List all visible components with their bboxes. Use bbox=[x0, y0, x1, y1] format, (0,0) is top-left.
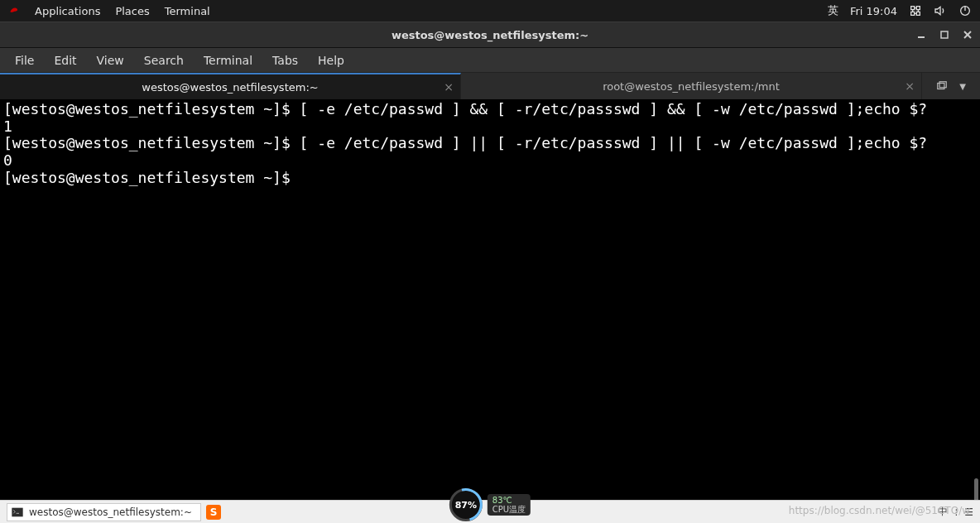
chevron-down-icon[interactable]: ▼ bbox=[959, 82, 966, 91]
menu-tabs[interactable]: Tabs bbox=[264, 52, 306, 69]
window-title-bar[interactable]: westos@westos_netfilesystem:~ bbox=[0, 22, 980, 48]
network-icon[interactable] bbox=[909, 4, 922, 17]
taskbar-terminal-button[interactable]: westos@westos_netfilesystem:~ bbox=[7, 503, 201, 521]
tab-root-mnt[interactable]: root@westos_netfilesystem:/mnt × bbox=[461, 73, 922, 99]
menu-help[interactable]: Help bbox=[310, 52, 353, 69]
cpu-temp-badge: 83℃ CPU温度 bbox=[488, 494, 531, 516]
menubar: File Edit View Search Terminal Tabs Help bbox=[0, 48, 980, 73]
tab-overflow: ▼ bbox=[922, 73, 980, 99]
taskbar-title: westos@westos_netfilesystem:~ bbox=[29, 506, 192, 518]
menu-edit[interactable]: Edit bbox=[46, 52, 84, 69]
redhat-logo-icon bbox=[8, 5, 20, 17]
menu-applications[interactable]: Applications bbox=[35, 5, 100, 17]
menu-search[interactable]: Search bbox=[136, 52, 192, 69]
taskbar-tray: 中 ⁝ ☰ bbox=[938, 505, 973, 519]
tab-label: root@westos_netfilesystem:/mnt bbox=[603, 80, 780, 93]
minimize-button[interactable] bbox=[915, 29, 927, 41]
tray-glyph[interactable]: 中 bbox=[938, 505, 948, 519]
menu-file[interactable]: File bbox=[7, 52, 42, 69]
new-tab-icon[interactable] bbox=[936, 80, 948, 92]
svg-rect-3 bbox=[941, 31, 948, 38]
close-button[interactable] bbox=[962, 29, 973, 41]
svg-rect-7 bbox=[939, 82, 946, 88]
power-icon[interactable] bbox=[958, 4, 972, 17]
cpu-temp-label: CPU温度 bbox=[492, 505, 526, 514]
close-icon[interactable]: × bbox=[444, 80, 454, 94]
terminal-line: [westos@westos_netfilesystem ~]$ [ -e /e… bbox=[3, 100, 927, 118]
taskbar-app-icon[interactable]: S bbox=[206, 505, 221, 520]
maximize-button[interactable] bbox=[939, 29, 950, 41]
terminal-line: [westos@westos_netfilesystem ~]$ bbox=[3, 169, 300, 186]
cpu-dial: 87% bbox=[449, 488, 483, 521]
terminal-viewport[interactable]: [westos@westos_netfilesystem ~]$ [ -e /e… bbox=[0, 99, 980, 513]
clock[interactable]: Fri 19:04 bbox=[850, 5, 897, 17]
menu-places[interactable]: Places bbox=[115, 5, 149, 17]
tab-westos[interactable]: westos@westos_netfilesystem:~ × bbox=[0, 73, 461, 99]
menu-terminal[interactable]: Terminal bbox=[195, 52, 261, 69]
terminal-line: [westos@westos_netfilesystem ~]$ [ -e /e… bbox=[3, 134, 927, 151]
tab-strip: westos@westos_netfilesystem:~ × root@wes… bbox=[0, 73, 980, 99]
gnome-top-bar: Applications Places Terminal 英 Fri 19:04 bbox=[0, 0, 980, 22]
cpu-percent: 87% bbox=[455, 500, 477, 511]
tab-label: westos@westos_netfilesystem:~ bbox=[142, 81, 318, 94]
menu-terminal[interactable]: Terminal bbox=[165, 5, 210, 17]
ime-indicator[interactable]: 英 bbox=[828, 3, 838, 18]
terminal-icon bbox=[11, 506, 24, 519]
svg-rect-8 bbox=[12, 507, 22, 516]
cpu-temp: 83℃ bbox=[492, 496, 512, 505]
close-icon[interactable]: × bbox=[905, 79, 915, 93]
volume-icon[interactable] bbox=[934, 4, 947, 17]
svg-rect-6 bbox=[938, 84, 944, 89]
terminal-line: 0 bbox=[3, 151, 12, 169]
tray-glyph[interactable]: ⁝ bbox=[954, 506, 958, 518]
window-title: westos@westos_netfilesystem:~ bbox=[392, 29, 588, 41]
terminal-line: 1 bbox=[3, 118, 12, 135]
menu-view[interactable]: View bbox=[89, 52, 132, 69]
cpu-widget[interactable]: 87% 83℃ CPU温度 bbox=[449, 488, 531, 521]
tray-glyph[interactable]: ☰ bbox=[964, 506, 973, 518]
